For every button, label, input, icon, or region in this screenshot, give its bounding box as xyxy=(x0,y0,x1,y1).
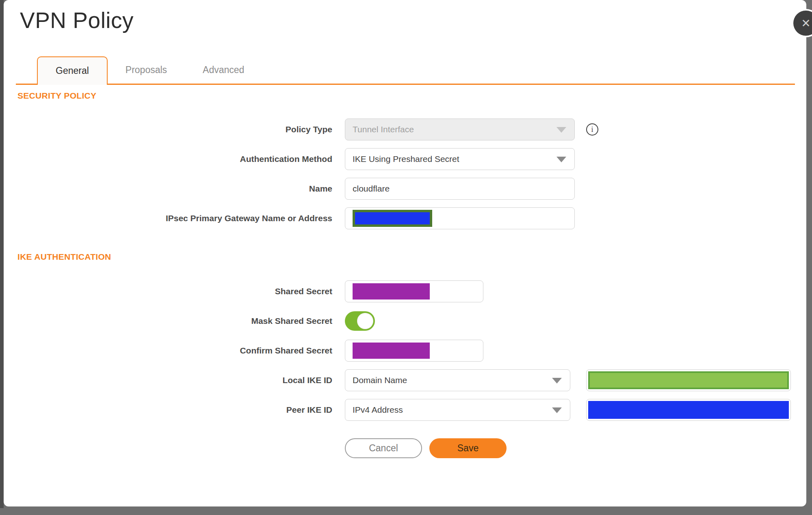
shared-secret-row: Shared Secret xyxy=(17,280,793,302)
gateway-label: IPsec Primary Gateway Name or Address xyxy=(17,213,332,223)
cancel-button[interactable]: Cancel xyxy=(345,438,422,458)
close-button[interactable]: ✕ xyxy=(793,11,812,36)
mask-shared-secret-label: Mask Shared Secret xyxy=(17,316,332,326)
page-title: VPN Policy xyxy=(20,7,134,33)
policy-type-row: Policy Type Tunnel Interface i xyxy=(17,119,793,140)
close-icon: ✕ xyxy=(801,17,810,30)
tab-general[interactable]: General xyxy=(37,56,108,85)
policy-type-value: Tunnel Interface xyxy=(353,125,414,134)
local-ike-id-type: Domain Name xyxy=(353,375,407,385)
peer-ike-id-type: IPv4 Address xyxy=(353,405,403,415)
gateway-row: IPsec Primary Gateway Name or Address xyxy=(17,207,793,229)
gateway-input[interactable] xyxy=(345,207,575,229)
authentication-method-label: Authentication Method xyxy=(17,154,332,164)
authentication-method-row: Authentication Method IKE Using Preshare… xyxy=(17,148,793,170)
peer-ike-id-redacted-value xyxy=(588,401,789,419)
section-ike-authentication: IKE AUTHENTICATION xyxy=(17,252,793,262)
section-security-policy: SECURITY POLICY xyxy=(17,91,793,101)
name-row: Name cloudflare xyxy=(17,178,793,200)
mask-shared-secret-toggle[interactable] xyxy=(345,311,375,331)
authentication-method-value: IKE Using Preshared Secret xyxy=(353,154,459,164)
tab-bar: General Proposals Advanced xyxy=(37,56,262,85)
name-label: Name xyxy=(17,184,332,194)
vpn-policy-dialog: VPN Policy ✕ General Proposals Advanced … xyxy=(4,0,806,506)
chevron-down-icon xyxy=(552,407,562,413)
chevron-down-icon xyxy=(556,127,566,133)
peer-ike-id-value-input[interactable] xyxy=(586,399,791,421)
toggle-knob xyxy=(357,313,373,329)
confirm-shared-secret-label: Confirm Shared Secret xyxy=(17,346,332,356)
local-ike-id-redacted-value xyxy=(588,371,789,389)
shared-secret-redacted-value xyxy=(353,283,430,300)
shared-secret-input[interactable] xyxy=(345,280,483,302)
name-input[interactable]: cloudflare xyxy=(345,178,575,200)
info-icon[interactable]: i xyxy=(586,123,598,136)
gateway-redacted-value xyxy=(353,210,432,227)
authentication-method-select[interactable]: IKE Using Preshared Secret xyxy=(345,148,575,170)
save-button[interactable]: Save xyxy=(429,438,507,458)
local-ike-id-label: Local IKE ID xyxy=(17,375,332,385)
local-ike-id-select[interactable]: Domain Name xyxy=(345,369,570,391)
tab-proposals[interactable]: Proposals xyxy=(108,56,185,85)
name-value: cloudflare xyxy=(353,184,390,194)
dialog-actions: Cancel Save xyxy=(345,438,793,458)
window-chrome-edge xyxy=(0,0,4,508)
peer-ike-id-label: Peer IKE ID xyxy=(17,405,332,415)
peer-ike-id-row: Peer IKE ID IPv4 Address xyxy=(17,399,793,421)
confirm-shared-secret-input[interactable] xyxy=(345,340,483,362)
local-ike-id-row: Local IKE ID Domain Name xyxy=(17,369,793,391)
policy-type-label: Policy Type xyxy=(17,125,332,134)
peer-ike-id-select[interactable]: IPv4 Address xyxy=(345,399,570,421)
mask-shared-secret-row: Mask Shared Secret xyxy=(17,310,793,332)
shared-secret-label: Shared Secret xyxy=(17,287,332,296)
confirm-shared-secret-row: Confirm Shared Secret xyxy=(17,340,793,362)
tab-content: SECURITY POLICY Policy Type Tunnel Inter… xyxy=(17,91,793,458)
confirm-shared-secret-redacted-value xyxy=(353,343,430,359)
chevron-down-icon xyxy=(552,378,562,384)
chevron-down-icon xyxy=(556,157,566,162)
policy-type-select[interactable]: Tunnel Interface xyxy=(345,119,575,140)
tab-advanced[interactable]: Advanced xyxy=(185,56,262,85)
local-ike-id-value-input[interactable] xyxy=(586,369,791,391)
